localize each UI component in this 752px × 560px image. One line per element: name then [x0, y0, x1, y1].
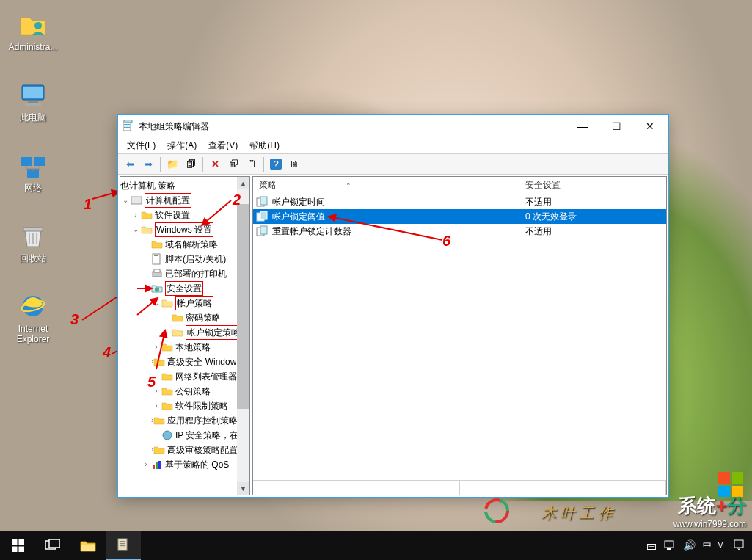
svg-rect-4 [25, 103, 41, 106]
tree-local-policies[interactable]: 本地策略 [120, 340, 237, 354]
tree-printers[interactable]: 已部署的打印机 [120, 266, 237, 281]
desktop-icons: Administra... 此电脑 网络 回收站 Internet Explor… [4, 9, 62, 361]
svg-rect-31 [260, 211, 267, 219]
system-tray[interactable]: 🖴 🔊 中 M [639, 539, 752, 553]
policy-tree[interactable]: 也计算机 策略 计算机配置 软件设置 Windows 设置 域名解析策略 脚本(… [120, 177, 237, 473]
tree-pki[interactable]: 公钥策略 [120, 384, 237, 399]
tree-windows-settings[interactable]: Windows 设置 [120, 222, 237, 237]
toolbar-export-button[interactable]: 🗒 [243, 156, 260, 173]
policy-setting: 不适用 [519, 225, 666, 238]
svg-rect-41 [12, 539, 18, 545]
tray-volume-icon[interactable]: 🔊 [683, 539, 696, 551]
sort-indicator-icon: ⌃ [346, 182, 351, 189]
task-view-button[interactable] [35, 531, 70, 560]
tree-software-settings[interactable]: 软件设置 [120, 208, 237, 222]
svg-rect-5 [21, 157, 32, 166]
tree-advanced-firewall[interactable]: 高级安全 Window [120, 354, 237, 369]
tree-qos[interactable]: 基于策略的 QoS [120, 457, 237, 472]
tree-security-settings[interactable]: 安全设置 [120, 281, 237, 296]
svg-rect-17 [124, 127, 130, 128]
toolbar-up-button[interactable]: 📁 [164, 156, 181, 173]
svg-rect-53 [667, 548, 671, 550]
tray-network-icon[interactable] [664, 539, 676, 552]
tree-root[interactable]: 也计算机 策略 [120, 178, 237, 193]
tree-dns-policy[interactable]: 域名解析策略 [120, 237, 237, 252]
svg-rect-16 [124, 126, 130, 126]
column-header-policy[interactable]: 策略⌃ [253, 179, 519, 192]
pc-icon [18, 79, 48, 110]
desktop-icon-label: 网络 [24, 183, 42, 193]
svg-point-24 [163, 431, 172, 440]
svg-rect-25 [153, 465, 155, 469]
tree-scrollbar[interactable]: ▲ ▼ [237, 177, 249, 495]
tree-netlist[interactable]: 网络列表管理器策 [120, 369, 237, 384]
toolbar-refresh-button[interactable]: 🗐 [182, 156, 200, 173]
tree-panel: 也计算机 策略 计算机配置 软件设置 Windows 设置 域名解析策略 脚本(… [120, 176, 250, 495]
window-title: 本地组策略编辑器 [139, 120, 209, 133]
tree-lockout-policy[interactable]: 帐户锁定策略 [120, 325, 237, 340]
toolbar-separator [263, 157, 264, 172]
svg-rect-26 [156, 462, 158, 469]
tray-usb-icon[interactable]: 🖴 [646, 539, 657, 551]
wallpaper-logo-swirl [483, 498, 510, 526]
toolbar-help-button[interactable]: ? [267, 156, 285, 173]
policy-name: 帐户锁定阈值 [271, 211, 519, 223]
menu-help[interactable]: 帮助(H) [244, 138, 285, 153]
desktop-icon-this-pc[interactable]: 此电脑 [4, 79, 62, 138]
tray-ime-indicator[interactable]: 中 M [703, 539, 726, 552]
maximize-button[interactable]: ☐ [599, 115, 633, 137]
policy-row[interactable]: 重置帐户锁定计数器 不适用 [253, 224, 666, 239]
svg-rect-42 [18, 539, 24, 545]
details-header[interactable]: 策略⌃ 安全设置 [253, 177, 666, 194]
policy-setting: 0 次无效登录 [519, 211, 666, 223]
tree-password-policy[interactable]: 密码策略 [120, 310, 237, 325]
desktop-icon-ie[interactable]: Internet Explorer [4, 291, 62, 349]
status-strip [253, 480, 666, 495]
titlebar[interactable]: 本地组策略编辑器 — ☐ ✕ [118, 115, 668, 137]
toolbar-back-button[interactable]: ⬅ [121, 156, 139, 173]
tree-account-policies[interactable]: 帐户策略 [120, 296, 237, 310]
taskbar-file-explorer[interactable] [70, 531, 106, 560]
menu-view[interactable]: 查看(V) [202, 138, 244, 153]
policy-row-selected[interactable]: 帐户锁定阈值 0 次无效登录 [253, 209, 666, 224]
desktop-icon-network[interactable]: 网络 [4, 150, 62, 208]
svg-rect-8 [23, 228, 43, 231]
toolbar-forward-button[interactable]: ➡ [139, 156, 157, 173]
tree-srp[interactable]: 软件限制策略 [120, 399, 237, 413]
desktop-icon-administrator[interactable]: Administra... [4, 9, 62, 68]
watermark-url: www.win7999.com [673, 519, 746, 529]
help-icon: ? [270, 159, 281, 170]
scrollbar-thumb[interactable] [237, 204, 249, 409]
tree-computer-config[interactable]: 计算机配置 [120, 193, 237, 208]
toolbar-properties-button[interactable]: 🗊 [224, 156, 242, 173]
policy-row[interactable]: 帐户锁定时间 不适用 [253, 194, 666, 209]
annotation-number-4: 4 [103, 344, 111, 361]
menu-action[interactable]: 操作(A) [161, 138, 202, 153]
start-button[interactable] [0, 531, 35, 560]
svg-rect-2 [23, 87, 43, 98]
policy-item-icon [253, 225, 271, 237]
svg-rect-18 [125, 120, 132, 123]
toolbar-delete-button[interactable]: ✕ [206, 156, 224, 173]
scroll-up-icon[interactable]: ▲ [237, 177, 249, 189]
taskbar[interactable]: 🖴 🔊 中 M [0, 531, 752, 560]
minimize-button[interactable]: — [566, 115, 599, 137]
close-button[interactable]: ✕ [633, 115, 667, 137]
desktop-icon-recycle-bin[interactable]: 回收站 [4, 220, 62, 279]
annotation-number-2: 2 [233, 192, 241, 208]
tree-scripts[interactable]: 脚本(启动/关机) [120, 252, 237, 266]
tree-audit[interactable]: 高级审核策略配置 [120, 443, 237, 457]
svg-rect-51 [120, 545, 125, 546]
tree-app-control[interactable]: 应用程序控制策略 [120, 413, 237, 428]
scroll-down-icon[interactable]: ▼ [237, 482, 249, 495]
column-header-setting[interactable]: 安全设置 [519, 179, 666, 192]
menu-file[interactable]: 文件(F) [121, 138, 161, 153]
annotation-number-6: 6 [442, 233, 450, 250]
toolbar-extra-button[interactable]: 🗎 [285, 156, 303, 173]
window-client-area: 也计算机 策略 计算机配置 软件设置 Windows 设置 域名解析策略 脚本(… [118, 175, 668, 497]
network-icon [18, 150, 48, 181]
taskbar-gpedit[interactable] [106, 531, 141, 560]
tray-notifications-icon[interactable] [733, 539, 745, 553]
file-explorer-icon [80, 539, 96, 552]
tree-ipsec[interactable]: IP 安全策略，在 2 [120, 428, 237, 443]
